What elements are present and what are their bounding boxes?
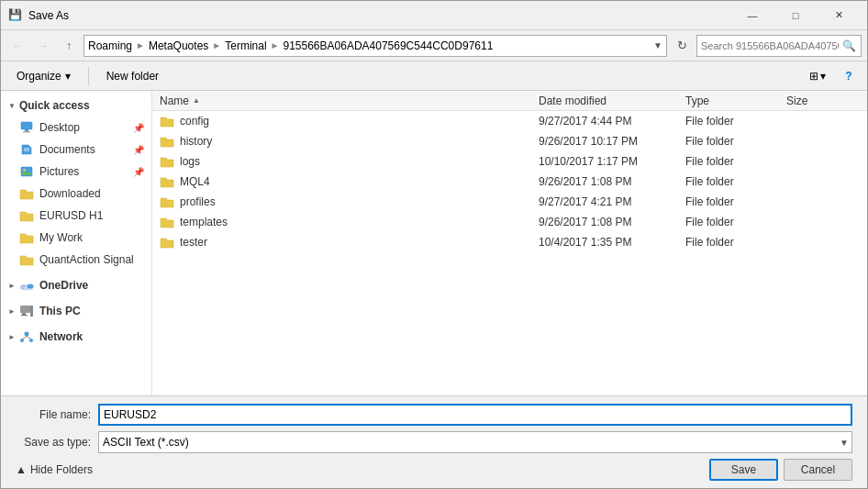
sidebar-item-desktop[interactable]: Desktop 📌 [1, 117, 151, 139]
sidebar-onedrive-header[interactable]: ► OneDrive [1, 274, 151, 296]
column-size-label: Size [786, 94, 807, 107]
sidebar-item-eurusd[interactable]: EURUSD H1 [1, 205, 151, 227]
pictures-icon [19, 164, 34, 179]
svg-point-19 [29, 339, 33, 342]
file-date-cell: 10/10/2017 1:17 PM [539, 155, 685, 168]
forward-button[interactable]: → [32, 35, 54, 57]
chevron-right-icon-onedrive: ► [8, 282, 16, 290]
sidebar-item-label-pictures: Pictures [39, 165, 79, 178]
sidebar-item-label-mywork: My Work [39, 231, 83, 244]
main-content: ▼ Quick access Desktop 📌 Documents 📌 [1, 91, 867, 395]
sidebar-item-label-documents: Documents [39, 143, 95, 156]
sidebar-item-downloaded[interactable]: Downloaded [1, 183, 151, 205]
sidebar-item-label-downloaded: Downloaded [39, 187, 101, 200]
sidebar-network-header[interactable]: ► Network [1, 326, 151, 348]
table-row[interactable]: MQL4 9/26/2017 1:08 PM File folder [152, 172, 867, 192]
breadcrumb-metaquotes: MetaQuotes [149, 39, 208, 52]
table-row[interactable]: history 9/26/2017 10:17 PM File folder [152, 131, 867, 151]
dialog-icon: 💾 [8, 8, 23, 23]
quantaction-folder-icon [19, 252, 34, 267]
breadcrumb-dropdown-icon: ▼ [653, 40, 662, 50]
file-date-cell: 10/4/2017 1:35 PM [539, 236, 685, 249]
breadcrumb-current: 915566BA06ADA407569C544CC0D97611 [283, 39, 493, 52]
back-button[interactable]: ← [6, 35, 28, 57]
sidebar-item-label-quantaction: QuantAction Signal [39, 253, 134, 266]
view-icon: ⊞ [809, 70, 818, 83]
file-list: config 9/27/2017 4:44 PM File folder his… [152, 111, 867, 395]
folder-icon [160, 215, 174, 229]
sidebar-item-quantaction[interactable]: QuantAction Signal [1, 249, 151, 271]
organize-arrow-icon: ▾ [65, 70, 71, 83]
table-row[interactable]: profiles 9/27/2017 4:21 PM File folder [152, 192, 867, 212]
sidebar-quick-access-header[interactable]: ▼ Quick access [1, 94, 151, 117]
svg-rect-10 [20, 306, 30, 313]
sidebar-item-mywork[interactable]: My Work [1, 227, 151, 249]
sidebar: ▼ Quick access Desktop 📌 Documents 📌 [1, 91, 152, 395]
file-type-cell: File folder [685, 175, 786, 188]
svg-rect-1 [25, 129, 28, 131]
eurusd-folder-icon [19, 208, 34, 223]
sidebar-section-quick-access: ▼ Quick access Desktop 📌 Documents 📌 [1, 94, 151, 271]
file-type-cell: File folder [685, 195, 786, 208]
table-row[interactable]: templates 9/26/2017 1:08 PM File folder [152, 212, 867, 232]
filetype-row: Save as type: ASCII Text (*.csv) CSV (*.… [16, 431, 852, 453]
help-button[interactable]: ? [838, 65, 860, 87]
column-name[interactable]: Name ▲ [160, 94, 539, 107]
breadcrumb-roaming: Roaming [88, 39, 132, 52]
maximize-button[interactable]: □ [774, 1, 817, 30]
pin-icon-desktop: 📌 [133, 123, 144, 133]
refresh-button[interactable]: ↻ [671, 35, 693, 57]
breadcrumb-terminal: Terminal [225, 39, 266, 52]
sidebar-thispc-header[interactable]: ► This PC [1, 300, 151, 322]
downloaded-folder-icon [19, 186, 34, 201]
chevron-down-icon: ▼ [8, 102, 16, 110]
svg-rect-15 [30, 310, 32, 312]
pin-icon-documents: 📌 [133, 145, 144, 155]
svg-point-9 [27, 284, 33, 289]
table-row[interactable]: config 9/27/2017 4:44 PM File folder [152, 111, 867, 131]
svg-rect-12 [21, 315, 28, 316]
file-type-cell: File folder [685, 135, 786, 148]
organize-button[interactable]: Organize ▾ [8, 65, 79, 87]
file-type-cell: File folder [685, 236, 786, 249]
save-button[interactable]: Save [709, 459, 778, 481]
sidebar-onedrive-label: OneDrive [39, 279, 88, 292]
file-type-cell: File folder [685, 155, 786, 168]
svg-rect-16 [30, 313, 32, 315]
breadcrumb: Roaming ► MetaQuotes ► Terminal ► 915566… [88, 39, 650, 52]
save-label: Save [731, 463, 756, 476]
sidebar-item-pictures[interactable]: Pictures 📌 [1, 161, 151, 183]
svg-rect-14 [30, 307, 32, 309]
title-bar: 💾 Save As — □ ✕ [1, 1, 867, 30]
table-row[interactable]: logs 10/10/2017 1:17 PM File folder [152, 151, 867, 172]
toolbar: Organize ▾ New folder ⊞ ▾ ? [1, 61, 867, 91]
table-row[interactable]: tester 10/4/2017 1:35 PM File folder [152, 232, 867, 252]
sidebar-section-thispc: ► This PC [1, 300, 151, 322]
filename-input[interactable] [98, 404, 852, 426]
hide-folders-toggle[interactable]: ▲ Hide Folders [16, 463, 704, 476]
cancel-label: Cancel [801, 463, 835, 476]
file-type-cell: File folder [685, 216, 786, 228]
breadcrumb-bar[interactable]: Roaming ► MetaQuotes ► Terminal ► 915566… [83, 35, 667, 57]
file-date-cell: 9/26/2017 10:17 PM [539, 135, 685, 148]
window-controls: — □ ✕ [731, 1, 860, 30]
minimize-button[interactable]: — [731, 1, 773, 30]
svg-point-6 [23, 169, 25, 171]
search-input[interactable] [696, 35, 862, 57]
cancel-button[interactable]: Cancel [784, 459, 852, 481]
filetype-select[interactable]: ASCII Text (*.csv) CSV (*.csv) Text (*.t… [98, 431, 852, 453]
new-folder-button[interactable]: New folder [98, 65, 167, 87]
close-button[interactable]: ✕ [818, 1, 860, 30]
column-date[interactable]: Date modified [539, 94, 685, 107]
svg-rect-11 [22, 313, 26, 315]
view-button[interactable]: ⊞ ▾ [805, 65, 830, 87]
column-size[interactable]: Size [786, 94, 860, 107]
file-name-cell: profiles [180, 195, 539, 208]
up-button[interactable]: ↑ [58, 35, 80, 57]
column-type[interactable]: Type [685, 94, 786, 107]
file-list-header: Name ▲ Date modified Type Size [152, 91, 867, 111]
file-type-cell: File folder [685, 115, 786, 128]
sidebar-item-documents[interactable]: Documents 📌 [1, 139, 151, 161]
svg-line-20 [22, 337, 27, 339]
file-name-cell: history [180, 135, 539, 148]
